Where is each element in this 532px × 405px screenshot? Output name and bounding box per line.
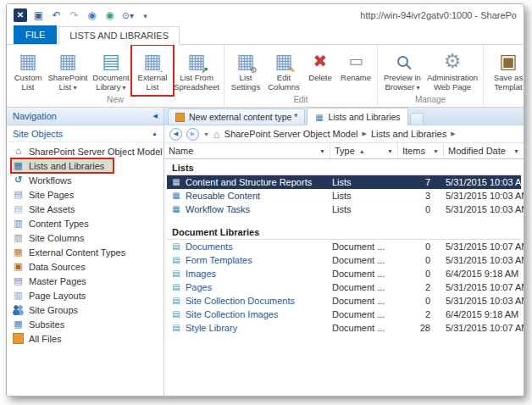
subsites-icon (12, 319, 25, 330)
preview-globe-icon[interactable] (86, 9, 98, 22)
tab-lists-and-libraries-doc[interactable]: Lists and Libraries (307, 108, 407, 125)
edit-columns-icon (274, 48, 293, 74)
document-tab-strip: New external content type * Lists and Li… (164, 108, 524, 125)
column-header-type[interactable]: Type (330, 143, 398, 158)
tab-lists-and-libraries[interactable]: LISTS AND LIBRARIES (58, 26, 180, 45)
ribbon-group-save: Save as Templat (484, 45, 524, 107)
sidebar-item-site-pages[interactable]: Site Pages (7, 187, 163, 202)
table-row[interactable]: Images Document ... 0 6/4/2015 9:18 AM (167, 267, 521, 280)
ribbon-group-edit: List Settings Edit Columns Delete Rename… (224, 45, 378, 107)
ribbon-group-label-manage: Manage (380, 94, 480, 107)
site-objects-list: SharePoint Server Object Model Lists and… (7, 142, 163, 397)
customize-toolbar-icon[interactable] (139, 9, 152, 22)
rename-icon (348, 48, 363, 74)
chevron-right-icon (451, 130, 455, 137)
sidebar-item-page-layouts[interactable]: Page Layouts (7, 288, 163, 302)
sidebar-item-all-files[interactable]: All Files (7, 331, 163, 346)
sidebar-item-site-columns[interactable]: Site Columns (7, 230, 163, 245)
table-row[interactable]: Workflow Tasks Lists 0 5/31/2015 10:03 A… (167, 202, 521, 216)
edit-columns-button[interactable]: Edit Columns (264, 47, 303, 94)
list-from-spreadsheet-icon (187, 48, 206, 74)
forward-button[interactable] (186, 128, 199, 141)
undo-icon[interactable] (50, 9, 63, 22)
filter-icon[interactable] (387, 148, 393, 154)
sidebar-item-external-content-types[interactable]: External Content Types (7, 245, 163, 259)
back-button[interactable] (169, 128, 182, 141)
redo-icon[interactable] (68, 9, 80, 22)
column-header-modified-date[interactable]: Modified Date (444, 143, 524, 158)
delete-button[interactable]: Delete (303, 47, 337, 94)
column-header-items[interactable]: Items (398, 143, 444, 158)
breadcrumb-item-object-model[interactable]: SharePoint Server Object Model (224, 129, 358, 139)
table-header: Name Type Items Modified Date (164, 143, 524, 159)
breadcrumb-item-lists-and-libraries[interactable]: Lists and Libraries (371, 129, 446, 139)
table-row[interactable]: Site Collection Documents Document ... 0… (167, 294, 521, 308)
filter-icon[interactable] (433, 148, 439, 154)
document-library-button[interactable]: Document Library (89, 47, 133, 94)
table-row[interactable]: Form Templates Document ... 0 5/31/2015 … (167, 253, 521, 267)
preview-in-browser-button[interactable]: Preview in Browser (380, 47, 424, 94)
tab-file[interactable]: FILE (14, 25, 57, 44)
page-layouts-icon (12, 290, 25, 301)
lists-icon (314, 113, 324, 122)
list-settings-button[interactable]: List Settings (227, 47, 264, 94)
ribbon-group-manage: Preview in Browser Administration Web Pa… (378, 45, 484, 107)
column-header-name[interactable]: Name (164, 143, 330, 158)
sidebar-item-master-pages[interactable]: Master Pages (7, 274, 163, 288)
table-row[interactable]: Site Collection Images Document ... 2 6/… (167, 308, 521, 321)
data-sources-icon (12, 261, 25, 272)
sharepoint-list-button[interactable]: SharePoint List (47, 47, 89, 94)
sidebar-item-data-sources[interactable]: Data Sources (7, 259, 163, 274)
table-row[interactable]: Documents Document ... 0 5/31/2015 10:07… (167, 240, 521, 253)
external-list-button[interactable]: External List (133, 47, 172, 94)
save-as-template-button[interactable]: Save as Templat (486, 47, 524, 94)
table-row[interactable]: Content and Structure Reports Lists 7 5/… (167, 175, 521, 189)
save-icon[interactable] (32, 9, 45, 22)
navigation-pane: Navigation Site Objects SharePoint Serve… (7, 108, 164, 397)
recent-locations-icon[interactable] (203, 131, 209, 137)
table-row[interactable]: Style Library Document ... 28 5/31/2015 … (167, 321, 521, 335)
filter-icon[interactable] (319, 148, 325, 154)
sharepoint-list-icon (58, 48, 77, 74)
list-from-spreadsheet-button[interactable]: List From Spreadsheet (172, 47, 221, 94)
sidebar-item-site-groups[interactable]: Site Groups (7, 302, 163, 317)
preview-in-browser-icon (397, 48, 408, 74)
window-title: http://win-94ivr2gatv0:1000 - SharePo (360, 10, 517, 20)
document-library-icon (102, 48, 120, 74)
ribbon: Custom List SharePoint List Document Lib… (7, 45, 524, 108)
table-row[interactable]: Pages Document ... 2 5/31/2015 10:07 AM (167, 280, 521, 294)
tab-stub (410, 113, 424, 125)
group-header-lists: Lists (167, 160, 521, 175)
sidebar-item-lists-and-libraries[interactable]: Lists and Libraries (7, 158, 163, 173)
sidebar-item-object-model[interactable]: SharePoint Server Object Model (7, 144, 163, 158)
administration-web-page-icon (444, 48, 462, 74)
master-pages-icon (12, 275, 25, 286)
sidebar-item-subsites[interactable]: Subsites (7, 317, 163, 331)
tab-new-external-content-type[interactable]: New external content type * (168, 108, 305, 125)
content-types-icon (12, 218, 25, 229)
list-icon (171, 191, 181, 201)
sidebar-item-workflows[interactable]: Workflows (7, 173, 163, 187)
table-body: Lists Content and Structure Reports List… (164, 159, 524, 397)
site-objects-header[interactable]: Site Objects (7, 125, 163, 142)
zoom-icon[interactable] (121, 9, 134, 22)
sidebar-item-content-types[interactable]: Content Types (7, 216, 163, 230)
document-library-icon (171, 309, 181, 319)
filter-icon[interactable] (513, 148, 519, 154)
document-library-icon (171, 282, 181, 292)
delete-icon (313, 48, 328, 74)
publish-globe-icon[interactable] (103, 9, 116, 22)
collapse-pane-icon[interactable] (153, 113, 158, 119)
app-icon[interactable] (14, 8, 27, 22)
administration-web-page-button[interactable]: Administration Web Page (424, 47, 480, 94)
external-list-icon (143, 48, 162, 74)
navigation-pane-header: Navigation (7, 108, 163, 125)
custom-list-button[interactable]: Custom List (9, 47, 47, 94)
main-panel: New external content type * Lists and Li… (164, 108, 524, 397)
ribbon-group-label-new: New (9, 94, 221, 107)
rename-button[interactable]: Rename (337, 47, 374, 94)
list-settings-icon (236, 48, 255, 74)
sidebar-item-site-assets[interactable]: Site Assets (7, 202, 163, 216)
table-row[interactable]: Reusable Content Lists 3 5/31/2015 10:03… (167, 189, 521, 202)
site-assets-icon (12, 203, 25, 214)
